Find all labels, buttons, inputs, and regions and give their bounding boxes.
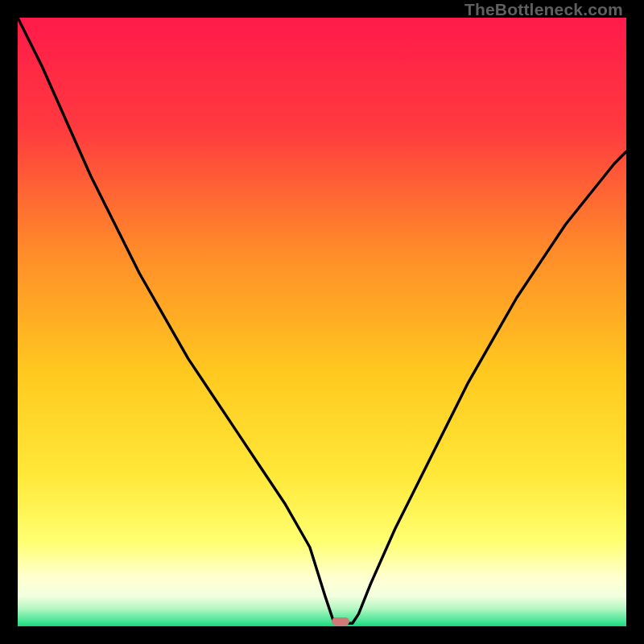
chart-frame [18,18,626,626]
bottleneck-curve [18,18,626,626]
optimum-marker [332,617,349,625]
watermark-text: TheBottleneck.com [464,0,623,19]
